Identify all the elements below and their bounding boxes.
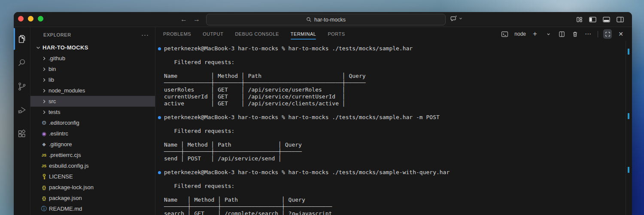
tree-item-esbuild-config-js[interactable]: JSesbuild.config.js xyxy=(30,160,155,171)
terminal-text: search │ GET │ /complete/search │ ?q=jav… xyxy=(164,210,332,215)
layout-controls xyxy=(576,12,624,27)
tree-item-package-lock-json[interactable]: {}package-lock.json xyxy=(30,182,155,193)
tree-item-label: node_modules xyxy=(49,87,85,94)
tree-item-package-json[interactable]: {}package.json xyxy=(30,193,155,203)
explorer-title: EXPLORER xyxy=(43,32,141,37)
panel: PROBLEMSOUTPUTDEBUG CONSOLETERMINALPORTS… xyxy=(155,27,632,215)
terminal-line: Name │ Method │ Path │ Query xyxy=(164,73,626,80)
tree-item-tests[interactable]: tests xyxy=(30,107,155,117)
terminal-line xyxy=(164,135,626,141)
terminal-line: Filtered requests: xyxy=(164,59,626,66)
forward-arrow-icon[interactable]: → xyxy=(193,15,200,23)
maximize-panel-icon[interactable] xyxy=(603,29,612,39)
toggle-secondary-sidebar-icon[interactable] xyxy=(616,16,624,23)
zoom-window-button[interactable] xyxy=(38,16,43,22)
tree-item-label: tests xyxy=(49,109,60,115)
tree-item-label: .github xyxy=(49,55,65,61)
kill-terminal-icon[interactable] xyxy=(571,29,579,39)
tree-item-readme-md[interactable]: ⓘREADME.md xyxy=(30,203,155,214)
close-panel-icon[interactable]: ✕ xyxy=(617,29,625,39)
tab-output[interactable]: OUTPUT xyxy=(203,27,223,41)
toggle-panel-icon[interactable] xyxy=(602,16,611,23)
more-actions-icon[interactable]: ⋯ xyxy=(584,29,592,39)
customize-layout-icon[interactable] xyxy=(576,16,583,23)
terminal-line: search │ GET │ /complete/search │ ?q=jav… xyxy=(164,210,626,215)
terminal-toolbar: node + ⋯ xyxy=(500,27,625,41)
explorer-header: EXPLORER ··· xyxy=(30,27,155,42)
activity-bar xyxy=(14,27,30,215)
more-actions-icon[interactable]: ··· xyxy=(141,31,149,38)
activity-search[interactable] xyxy=(14,51,30,74)
tree-item-label: HAR-TO-MOCKS xyxy=(43,44,88,51)
terminal-scrollbar[interactable] xyxy=(626,41,632,215)
terminal-text: peterknezek@MacBook-3 har-to-mocks % har… xyxy=(164,169,450,175)
terminal-dropdown-icon[interactable] xyxy=(544,29,553,39)
copilot-menu[interactable] xyxy=(450,15,463,22)
tree-item-node-modules[interactable]: node_modules xyxy=(30,85,155,96)
command-center-search[interactable]: har-to-mocks xyxy=(206,14,446,25)
tree-item-license[interactable]: LICENSE xyxy=(30,171,155,182)
terminal-text: ───────┼────────┼──────────────────┼────… xyxy=(164,203,332,210)
tree-item-label: .editorconfig xyxy=(49,120,79,126)
toolbar-divider xyxy=(598,31,598,37)
git-icon: ◆ xyxy=(40,141,48,147)
js-icon: JS xyxy=(40,153,48,157)
tree-item-eslintrc[interactable]: ◉.eslintrc xyxy=(30,128,155,139)
terminal-text: active │ GET │ /api/service/clients/acti… xyxy=(164,100,346,107)
json-icon: {} xyxy=(40,185,48,190)
tree-item-label: package.json xyxy=(49,195,82,201)
tree-item-src[interactable]: src xyxy=(30,96,155,107)
tab-problems[interactable]: PROBLEMS xyxy=(163,27,191,41)
command-decoration-icon[interactable] xyxy=(158,116,161,119)
tree-item-label: .prettierrc.cjs xyxy=(49,152,81,158)
eslint-icon: ◉ xyxy=(40,131,48,137)
activity-explorer[interactable] xyxy=(14,27,30,51)
tree-item-label: README.md xyxy=(49,206,82,212)
terminal-line xyxy=(164,52,626,59)
tree-item-github[interactable]: .github xyxy=(30,53,155,64)
tree-item-prettierrc-cjs[interactable]: JS.prettierrc.cjs xyxy=(30,150,155,160)
traffic-lights xyxy=(18,16,43,22)
tree-item-gitignore[interactable]: ◆.gitignore xyxy=(30,139,155,150)
activity-run-debug[interactable] xyxy=(14,98,30,122)
command-decoration-icon[interactable] xyxy=(158,171,161,174)
activity-extensions[interactable] xyxy=(14,122,30,145)
title-bar: ← → har-to-mocks xyxy=(14,12,632,27)
tree-item-label: LICENSE xyxy=(49,173,73,180)
file-tree: HAR-TO-MOCKS.githubbinlibnode_modulessrc… xyxy=(30,42,155,214)
tab-terminal[interactable]: TERMINAL xyxy=(291,27,316,41)
close-window-button[interactable] xyxy=(18,16,24,22)
terminal-text: Name │ Method │ Path │ Query xyxy=(164,197,305,203)
terminal-line xyxy=(164,66,626,73)
tab-ports[interactable]: PORTS xyxy=(328,27,345,41)
terminal-line: Filtered requests: xyxy=(164,128,626,135)
split-terminal-icon[interactable] xyxy=(557,29,566,39)
command-decoration-icon[interactable] xyxy=(158,47,161,50)
terminal-line: ───────┼────────┼──────────────────┼────… xyxy=(164,203,626,210)
terminal-process-icon xyxy=(500,29,509,39)
terminal-text: send │ POST │ /api/service/send │ xyxy=(164,155,282,162)
terminal-line: Filtered requests: xyxy=(164,183,626,190)
activity-source-control[interactable] xyxy=(14,74,30,98)
terminal-process-label: node xyxy=(514,31,526,37)
tree-item-editorconfig[interactable]: ⚙.editorconfig xyxy=(30,117,155,128)
chevron-right-icon xyxy=(41,98,48,104)
back-arrow-icon[interactable]: ← xyxy=(180,15,187,23)
tree-item-lib[interactable]: lib xyxy=(30,74,155,85)
tree-item-bin[interactable]: bin xyxy=(30,64,155,74)
minimize-window-button[interactable] xyxy=(28,16,33,22)
scrollbar-command-mark xyxy=(628,113,629,119)
tree-item-har-to-mocks[interactable]: HAR-TO-MOCKS xyxy=(30,42,155,53)
toggle-primary-sidebar-icon[interactable] xyxy=(589,16,597,23)
tree-item-label: bin xyxy=(49,66,56,72)
tab-debug-console[interactable]: DEBUG CONSOLE xyxy=(235,27,279,41)
terminal-line: peterknezek@MacBook-3 har-to-mocks % har… xyxy=(164,45,626,52)
terminal-line: peterknezek@MacBook-3 har-to-mocks % har… xyxy=(164,114,626,121)
run-debug-icon xyxy=(17,105,27,115)
terminal-content[interactable]: peterknezek@MacBook-3 har-to-mocks % har… xyxy=(155,41,626,215)
chevron-right-icon xyxy=(41,55,48,61)
new-terminal-icon[interactable]: + xyxy=(531,29,539,39)
terminal-text: Filtered requests: xyxy=(164,59,234,65)
key-icon xyxy=(40,174,48,180)
terminal-line xyxy=(164,176,626,183)
